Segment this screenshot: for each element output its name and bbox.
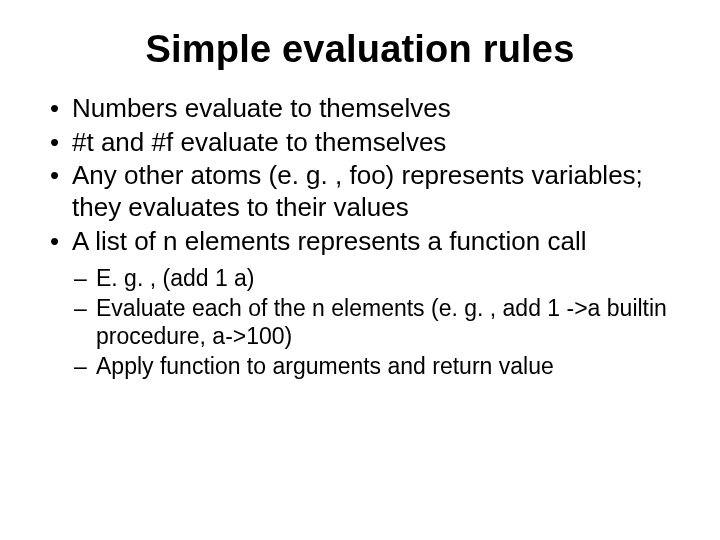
sub-bullet-item: Evaluate each of the n elements (e. g. ,… (44, 294, 676, 350)
bullet-item: Any other atoms (e. g. , foo) represents… (44, 160, 676, 223)
sub-bullet-list: E. g. , (add 1 a) Evaluate each of the n… (44, 264, 676, 380)
bullet-text: A list of n elements represents a functi… (72, 226, 587, 256)
sub-bullet-text: Apply function to arguments and return v… (96, 353, 554, 379)
bullet-text: Numbers evaluate to themselves (72, 93, 451, 123)
slide-title: Simple evaluation rules (44, 28, 676, 71)
sub-bullet-item: E. g. , (add 1 a) (44, 264, 676, 292)
sub-bullet-text: E. g. , (add 1 a) (96, 265, 255, 291)
bullet-list: Numbers evaluate to themselves #t and #f… (44, 93, 676, 258)
sub-bullet-item: Apply function to arguments and return v… (44, 352, 676, 380)
slide: Simple evaluation rules Numbers evaluate… (0, 0, 720, 540)
bullet-item: A list of n elements represents a functi… (44, 226, 676, 258)
bullet-text: #t and #f evaluate to themselves (72, 127, 446, 157)
bullet-item: Numbers evaluate to themselves (44, 93, 676, 125)
bullet-text: Any other atoms (e. g. , foo) represents… (72, 160, 643, 222)
sub-bullet-text: Evaluate each of the n elements (e. g. ,… (96, 295, 667, 349)
bullet-item: #t and #f evaluate to themselves (44, 127, 676, 159)
